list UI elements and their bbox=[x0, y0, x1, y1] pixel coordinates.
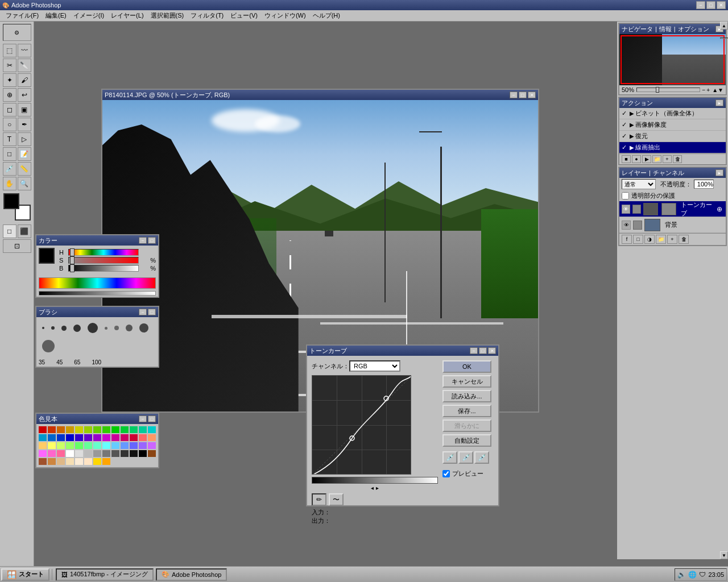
swatch-color[interactable] bbox=[57, 450, 65, 457]
swatch-color[interactable] bbox=[121, 450, 129, 457]
brush-panel-max[interactable]: □ bbox=[148, 309, 156, 315]
menu-edit[interactable]: 編集(E) bbox=[42, 10, 70, 21]
action-expand-4[interactable]: ▶ bbox=[630, 144, 634, 151]
swatch-color[interactable] bbox=[111, 434, 119, 441]
measure-tool[interactable]: 📏 bbox=[18, 162, 31, 176]
swatch-color[interactable] bbox=[57, 442, 65, 449]
action-delete-btn[interactable]: 🗑 bbox=[673, 155, 682, 163]
quick-mask-mode[interactable]: ⬛ bbox=[18, 225, 31, 238]
swatch-color[interactable] bbox=[75, 434, 83, 441]
channels-tab[interactable]: チャンネル bbox=[653, 169, 684, 177]
healing-tool[interactable]: ✦ bbox=[3, 73, 16, 87]
swatch-color[interactable] bbox=[48, 442, 56, 449]
maximize-button[interactable]: □ bbox=[706, 1, 715, 9]
action-record-btn[interactable]: ● bbox=[632, 155, 641, 163]
action-stop-btn[interactable]: ■ bbox=[622, 155, 631, 163]
zoom-plus-icon[interactable]: + bbox=[706, 87, 710, 93]
lasso-tool[interactable]: 〰 bbox=[18, 44, 31, 57]
brush-dot-10[interactable] bbox=[42, 340, 55, 352]
swatch-color[interactable] bbox=[66, 442, 74, 449]
brush-dot-9[interactable] bbox=[139, 323, 148, 332]
eyedropper-white[interactable]: 💉 bbox=[474, 451, 489, 464]
swatch-color[interactable] bbox=[75, 458, 83, 465]
layer-eye-2[interactable]: 👁 bbox=[622, 221, 631, 230]
swatch-color[interactable] bbox=[130, 426, 138, 433]
swatch-color[interactable] bbox=[48, 450, 56, 457]
swatch-color[interactable] bbox=[57, 426, 65, 433]
text-tool[interactable]: T bbox=[3, 132, 16, 146]
image-maximize-button[interactable]: □ bbox=[519, 92, 527, 98]
menu-layer[interactable]: レイヤー(L) bbox=[107, 10, 147, 21]
swatch-color[interactable] bbox=[39, 442, 47, 449]
tone-curve-close[interactable]: ✕ bbox=[488, 347, 496, 354]
zoom-up-arrow[interactable]: ▲ bbox=[712, 87, 718, 93]
layer-item-1[interactable]: 👁 トーンカーブ ⊕ bbox=[619, 201, 726, 217]
swatches-panel-max[interactable]: □ bbox=[148, 415, 156, 422]
swatch-color[interactable] bbox=[102, 426, 110, 433]
clone-tool[interactable]: ⊕ bbox=[3, 88, 16, 102]
color-spectrum-bar[interactable] bbox=[39, 277, 156, 289]
swatch-color[interactable] bbox=[139, 442, 147, 449]
swatch-color[interactable] bbox=[39, 426, 47, 433]
swatch-color[interactable] bbox=[84, 458, 92, 465]
menu-image[interactable]: イメージ(I) bbox=[70, 10, 107, 21]
taskbar-item-photoshop[interactable]: 🎨 Adobe Photoshop bbox=[156, 568, 227, 581]
start-button[interactable]: 🪟 スタート bbox=[1, 568, 49, 581]
layer-eye-1[interactable]: 👁 bbox=[622, 205, 630, 214]
zoom-slider-thumb[interactable] bbox=[656, 87, 659, 93]
smooth-button[interactable]: 滑らかに bbox=[442, 419, 491, 432]
cancel-button[interactable]: キャンセル bbox=[442, 375, 491, 388]
navigator-tab1[interactable]: ナビゲータ bbox=[622, 25, 653, 34]
layer-new-btn[interactable]: + bbox=[667, 235, 677, 244]
brightness-slider[interactable] bbox=[68, 265, 139, 272]
layer-adjust-btn[interactable]: ◑ bbox=[644, 235, 655, 244]
swatch-color[interactable] bbox=[84, 442, 92, 449]
color-fg-swatch[interactable] bbox=[39, 248, 55, 264]
swatch-color[interactable] bbox=[93, 434, 101, 441]
menu-filter[interactable]: フィルタ(T) bbox=[187, 10, 227, 21]
save-button[interactable]: 保存... bbox=[442, 405, 491, 417]
close-button[interactable]: ✕ bbox=[717, 1, 726, 9]
standard-mode[interactable]: □ bbox=[3, 225, 16, 238]
preview-checkbox[interactable] bbox=[442, 470, 450, 477]
shape-tool[interactable]: □ bbox=[3, 147, 16, 161]
swatch-color[interactable] bbox=[48, 458, 56, 465]
zoom-tool[interactable]: 🔍 bbox=[18, 177, 31, 190]
swatch-color[interactable] bbox=[130, 450, 138, 457]
swatch-color[interactable] bbox=[121, 426, 129, 433]
auto-button[interactable]: 自動設定 bbox=[442, 434, 491, 447]
history-brush-tool[interactable]: ↩ bbox=[18, 88, 31, 102]
layer-delete-btn[interactable]: 🗑 bbox=[679, 235, 689, 244]
swatch-color[interactable] bbox=[66, 458, 74, 465]
menu-select[interactable]: 選択範囲(S) bbox=[147, 10, 188, 21]
swatch-color[interactable] bbox=[39, 458, 47, 465]
eyedropper-black[interactable]: 💉 bbox=[442, 451, 457, 464]
swatch-color[interactable] bbox=[130, 442, 138, 449]
scroll-right[interactable]: ▸ bbox=[376, 485, 379, 491]
opacity-input[interactable] bbox=[694, 180, 714, 189]
brush-dot-2[interactable] bbox=[51, 326, 55, 330]
ok-button[interactable]: OK bbox=[442, 360, 491, 373]
action-expand-1[interactable]: ▶ bbox=[630, 110, 634, 117]
tone-curve-minimize[interactable]: − bbox=[470, 347, 478, 354]
swatch-color[interactable] bbox=[75, 442, 83, 449]
brush-dot-7[interactable] bbox=[114, 326, 119, 330]
swatch-color[interactable] bbox=[102, 442, 110, 449]
slice-tool[interactable]: 🔪 bbox=[18, 59, 31, 72]
swatch-color[interactable] bbox=[111, 442, 119, 449]
swatch-color[interactable] bbox=[111, 450, 119, 457]
swatch-color[interactable] bbox=[139, 434, 147, 441]
image-minimize-button[interactable]: − bbox=[510, 92, 518, 98]
swatch-color[interactable] bbox=[148, 426, 156, 433]
eyedropper-gray[interactable]: 💉 bbox=[458, 451, 473, 464]
layer-group-btn[interactable]: 📁 bbox=[656, 235, 666, 244]
swatch-color[interactable] bbox=[84, 426, 92, 433]
layer-effects-btn[interactable]: f bbox=[622, 235, 632, 244]
menu-view[interactable]: ビュー(V) bbox=[227, 10, 261, 21]
swatch-color[interactable] bbox=[130, 434, 138, 441]
swatch-color[interactable] bbox=[66, 434, 74, 441]
bright-thumb[interactable] bbox=[70, 264, 75, 272]
navigator-preview[interactable] bbox=[619, 34, 726, 85]
swatch-color[interactable] bbox=[121, 434, 129, 441]
swatch-color[interactable] bbox=[111, 426, 119, 433]
